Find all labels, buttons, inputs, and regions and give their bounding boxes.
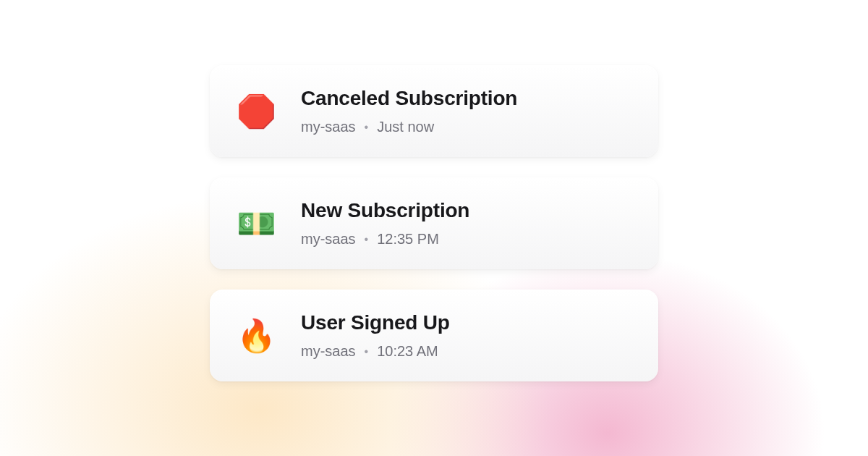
notification-meta: my-saas • 12:35 PM [301, 231, 469, 248]
notification-content: User Signed Up my-saas • 10:23 AM [301, 311, 450, 360]
notification-meta: my-saas • Just now [301, 119, 517, 135]
notification-meta: my-saas • 10:23 AM [301, 343, 450, 360]
notification-card[interactable]: 💵 New Subscription my-saas • 12:35 PM [210, 177, 658, 269]
notification-card[interactable]: 🛑 Canceled Subscription my-saas • Just n… [210, 65, 658, 157]
money-icon: 💵 [236, 203, 276, 244]
notification-time: Just now [377, 119, 434, 135]
notification-time: 12:35 PM [377, 231, 439, 248]
fire-icon: 🔥 [236, 316, 276, 356]
separator-dot: • [365, 233, 369, 246]
notification-time: 10:23 AM [377, 343, 438, 360]
notification-content: Canceled Subscription my-saas • Just now [301, 87, 517, 135]
notification-card[interactable]: 🔥 User Signed Up my-saas • 10:23 AM [210, 290, 658, 381]
notification-source: my-saas [301, 119, 356, 135]
notification-title: Canceled Subscription [301, 87, 517, 110]
notification-source: my-saas [301, 231, 356, 248]
notification-title: New Subscription [301, 199, 469, 222]
separator-dot: • [365, 121, 369, 134]
separator-dot: • [365, 345, 369, 358]
stop-sign-icon: 🛑 [236, 91, 276, 132]
notification-title: User Signed Up [301, 311, 450, 334]
notification-source: my-saas [301, 343, 356, 360]
notification-content: New Subscription my-saas • 12:35 PM [301, 199, 469, 248]
